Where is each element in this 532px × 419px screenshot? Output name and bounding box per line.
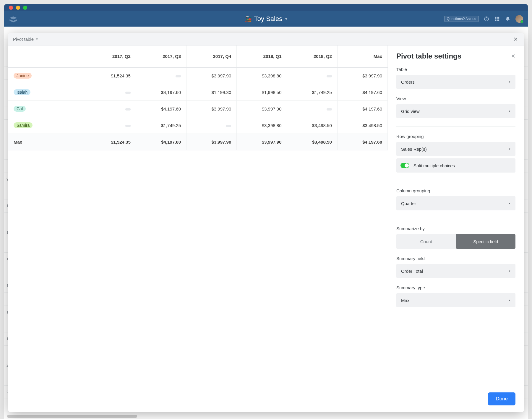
row-grouping-dropdown[interactable]: Sales Rep(s) ▼ [396,142,515,156]
svg-rect-6 [497,18,498,20]
apps-grid-icon[interactable] [494,16,500,22]
settings-close-button[interactable]: ✕ [511,53,515,59]
window-minimize-button[interactable] [16,6,20,10]
svg-rect-3 [497,17,498,18]
empty-pill [226,125,231,127]
view-dropdown[interactable]: Grid view ▼ [396,104,515,118]
svg-rect-7 [498,18,499,20]
table-row: Cal$4,197.60$3,997.90$3,997.90$4,197.60 [8,100,388,117]
summary-row-label: Max [8,134,86,150]
empty-pill [327,108,332,111]
summarize-segmented-control: Count Specific field [396,234,515,249]
chevron-down-icon: ▼ [508,202,511,205]
summary-row: Max$1,524.35$4,197.60$3,997.90$3,997.90$… [8,134,388,150]
notifications-bell-icon[interactable] [505,16,511,22]
row-label-chip: Cal [14,106,26,112]
horizontal-scrollbar[interactable] [7,415,137,418]
data-cell: $3,997.90 [237,100,287,117]
svg-rect-9 [497,20,498,21]
empty-pill [125,125,131,127]
data-cell [136,67,186,84]
questions-button[interactable]: Questions? Ask us [444,16,479,22]
data-cell [287,67,337,84]
column-summary-header: Max [337,46,387,67]
data-cell [86,84,136,100]
summary-field-dropdown[interactable]: Order Total ▼ [396,264,515,278]
chevron-down-icon: ▼ [508,270,511,272]
svg-rect-10 [498,20,499,21]
table-row: Samira$1,749.25$3,398.80$3,498.50$3,498.… [8,117,388,134]
divider [396,385,515,385]
modal-close-button[interactable]: ✕ [512,35,519,44]
summary-field-label: Summary field [396,256,515,261]
pivot-table-container: 2017, Q22017, Q32017, Q42018, Q12018, Q2… [8,46,388,412]
data-cell: $1,524.35 [86,67,136,84]
block-type-dropdown[interactable]: Pivot table ▼ [13,37,38,42]
column-header: 2018, Q1 [237,46,287,67]
data-cell: $1,749.25 [136,117,186,134]
summary-type-value: Max [401,298,409,303]
svg-rect-8 [495,20,496,21]
app-logo-icon [9,16,18,22]
chevron-down-icon: ▼ [508,110,511,113]
help-icon[interactable] [484,16,489,22]
table-row: Isaiah$4,197.60$1,199.30$1,998.50$1,749.… [8,84,388,100]
svg-rect-2 [495,17,496,18]
split-choices-label: Split multiple choices [413,163,455,168]
row-label-cell: Cal [8,100,86,117]
view-label: View [396,96,515,101]
table-dropdown-value: Orders [401,79,415,85]
window-zoom-button[interactable] [23,6,27,10]
view-dropdown-value: Grid view [401,109,420,114]
row-label-cell: Janine [8,67,86,84]
summarize-count-option[interactable]: Count [396,234,456,249]
divider [396,219,515,219]
split-choices-row: Split multiple choices [396,158,515,173]
empty-pill [327,75,332,77]
summary-cell: $3,498.50 [287,134,337,150]
row-label-chip: Samira [14,122,33,128]
pivot-settings-panel: Pivot table settings ✕ Table Orders ▼ Vi… [388,46,524,412]
column-grouping-value: Quarter [401,201,416,206]
svg-rect-5 [495,18,496,20]
window-close-button[interactable] [9,6,13,10]
data-cell: $3,398.80 [237,117,287,134]
column-grouping-dropdown[interactable]: Quarter ▼ [396,196,515,210]
user-avatar[interactable] [515,15,523,23]
divider [396,126,515,127]
summary-type-label: Summary type [396,285,515,290]
data-cell [86,117,136,134]
pivot-table-modal: Pivot table ▼ ✕ 2017, Q22017, Q32017, Q4… [8,33,524,412]
empty-pill [125,92,131,94]
summarize-specific-option[interactable]: Specific field [456,234,516,249]
summary-cell: $4,197.60 [337,134,387,150]
row-grouping-label: Row grouping [396,134,515,139]
empty-pill [125,108,131,111]
row-label-chip: Isaiah [14,89,30,95]
done-button[interactable]: Done [488,392,515,405]
mac-window-chrome [4,4,528,11]
row-summary-cell: $4,197.60 [337,100,387,117]
column-header: 2018, Q2 [287,46,337,67]
base-emoji-icon: 🚂 [244,15,252,22]
breadcrumb-label: Pivot table [13,37,34,42]
row-label-chip: Janine [14,73,32,79]
summary-cell: $1,524.35 [86,134,136,150]
data-cell: $3,997.90 [186,67,237,84]
modal-header: Pivot table ▼ ✕ [8,33,524,46]
data-cell: $1,199.30 [186,84,237,100]
data-cell [287,100,337,117]
base-title[interactable]: 🚂 Toy Sales ▼ [244,15,288,23]
summary-cell: $4,197.60 [136,134,186,150]
summary-field-value: Order Total [401,269,423,274]
row-label-cell: Samira [8,117,86,134]
split-choices-toggle[interactable] [400,163,409,168]
settings-title: Pivot table settings [396,52,461,60]
summary-type-dropdown[interactable]: Max ▼ [396,293,515,307]
row-label-header [8,46,86,67]
chevron-down-icon: ▼ [508,148,511,150]
data-cell: $3,498.50 [287,117,337,134]
svg-rect-4 [498,17,499,18]
table-dropdown[interactable]: Orders ▼ [396,75,515,89]
summary-cell: $3,997.90 [186,134,237,150]
